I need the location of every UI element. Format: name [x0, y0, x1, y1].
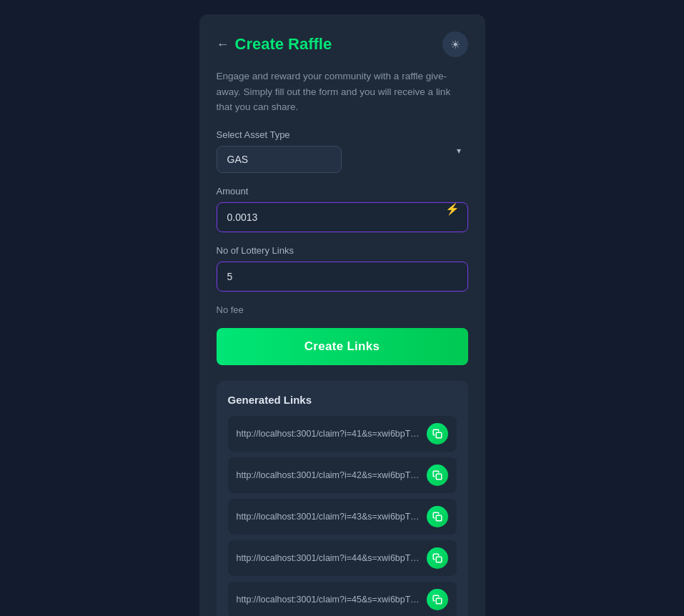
theme-toggle-button[interactable]: ☀ — [442, 31, 468, 57]
list-item: http://localhost:3001/claim?i=41&s=xwi6b… — [228, 416, 457, 452]
card-header: ← Create Raffle ☀ — [217, 31, 468, 57]
copy-icon — [432, 429, 442, 439]
title-row: ← Create Raffle — [217, 35, 332, 54]
svg-rect-4 — [436, 598, 442, 604]
sun-icon: ☀ — [450, 38, 460, 51]
lottery-links-input[interactable] — [217, 262, 468, 292]
lightning-icon: ⚡ — [445, 202, 460, 216]
copy-button-3[interactable] — [427, 506, 448, 527]
copy-icon — [432, 553, 442, 563]
list-item: http://localhost:3001/claim?i=45&s=xwi6b… — [228, 582, 457, 616]
lottery-links-wrapper: No of Lottery Links — [217, 245, 468, 292]
copy-icon — [432, 470, 442, 480]
svg-rect-0 — [436, 432, 442, 438]
amount-wrapper: Amount ⚡ — [217, 186, 468, 232]
create-links-button[interactable]: Create Links — [217, 328, 468, 365]
back-arrow-icon[interactable]: ← — [217, 37, 229, 52]
list-item: http://localhost:3001/claim?i=44&s=xwi6b… — [228, 540, 457, 576]
generated-links-title: Generated Links — [228, 394, 457, 406]
link-url-1: http://localhost:3001/claim?i=41&s=xwi6b… — [237, 429, 420, 439]
asset-type-wrapper: Select Asset Type GAS NEO ETH BTC ▾ — [217, 129, 468, 173]
link-url-2: http://localhost:3001/claim?i=42&s=xwi6b… — [237, 470, 420, 480]
link-url-5: http://localhost:3001/claim?i=45&s=xwi6b… — [237, 595, 420, 605]
copy-button-2[interactable] — [427, 465, 448, 486]
copy-icon — [432, 512, 442, 522]
copy-button-1[interactable] — [427, 423, 448, 444]
chevron-down-icon: ▾ — [457, 146, 461, 156]
lottery-links-label: No of Lottery Links — [217, 245, 468, 256]
page-description: Engage and reward your community with a … — [217, 69, 468, 115]
svg-rect-2 — [436, 515, 442, 521]
generated-links-section: Generated Links http://localhost:3001/cl… — [217, 381, 468, 616]
svg-rect-3 — [436, 557, 442, 562]
list-item: http://localhost:3001/claim?i=42&s=xwi6b… — [228, 457, 457, 493]
no-fee-text: No fee — [217, 304, 468, 315]
create-raffle-card: ← Create Raffle ☀ Engage and reward your… — [199, 14, 485, 616]
page-title: Create Raffle — [235, 35, 332, 54]
copy-button-4[interactable] — [427, 547, 448, 569]
amount-label: Amount — [217, 186, 468, 197]
link-url-3: http://localhost:3001/claim?i=43&s=xwi6b… — [237, 512, 420, 522]
asset-type-select[interactable]: GAS NEO ETH BTC — [217, 146, 342, 173]
link-url-4: http://localhost:3001/claim?i=44&s=xwi6b… — [237, 553, 420, 563]
svg-rect-1 — [436, 474, 442, 480]
copy-button-5[interactable] — [427, 589, 448, 610]
copy-icon — [432, 595, 442, 605]
asset-type-label: Select Asset Type — [217, 129, 468, 140]
list-item: http://localhost:3001/claim?i=43&s=xwi6b… — [228, 499, 457, 535]
amount-input[interactable] — [217, 202, 468, 232]
